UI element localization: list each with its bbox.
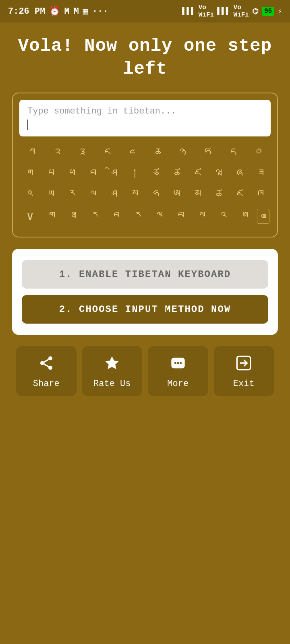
key-achen[interactable]: ཨ: [236, 208, 255, 225]
share-button[interactable]: Share: [16, 346, 77, 396]
key-sha-top[interactable]: ཤི: [104, 165, 123, 183]
key-0[interactable]: ༠: [249, 144, 268, 162]
calendar-icon: ▦: [83, 6, 88, 17]
main-content: Vola! Now only one step left Type someth…: [0, 23, 290, 404]
status-time: 7:26 PM: [8, 6, 45, 17]
key-ba[interactable]: བ: [83, 165, 102, 183]
status-right: ▌▌▌ VoWiFi ▌▌▌ VoWiFi ⌬ 95 ⚡: [182, 4, 282, 19]
share-label: Share: [33, 379, 60, 389]
key-r4-5[interactable]: བ: [106, 208, 126, 225]
status-left: 7:26 PM ⏰ M M ▦ ···: [8, 6, 108, 17]
key-tsha[interactable]: ཚ: [167, 165, 186, 183]
key-la[interactable]: ལ: [83, 186, 102, 204]
key-2[interactable]: ༢: [48, 144, 67, 162]
keyboard-row-1: ཀ ༢ ༣ ང ༤ ཆ ཉ ཏ ད ༠: [19, 144, 271, 162]
key-ga[interactable]: ག: [20, 165, 39, 183]
gmail2-icon: M: [74, 6, 79, 17]
key-pa[interactable]: པ: [41, 165, 60, 183]
svg-point-1: [40, 361, 44, 365]
key-dza[interactable]: ཛ: [188, 165, 207, 183]
keyboard-row-3: འ ཡ ར ལ ཤ ས ཧ ཨ མ ཚ ཛ ཁ: [19, 186, 271, 204]
svg-point-2: [48, 366, 52, 370]
svg-marker-5: [106, 357, 119, 369]
step1-button[interactable]: 1. ENABLE TIBETAN KEYBOARD: [22, 260, 268, 289]
key-aa[interactable]: ཨ: [167, 186, 186, 204]
key-ma[interactable]: མ: [188, 186, 207, 204]
text-input-area[interactable]: Type something in tibetan...: [19, 100, 271, 136]
key-zha[interactable]: ཞ: [230, 165, 249, 183]
more-label: More: [167, 379, 188, 389]
rate-us-label: Rate Us: [93, 379, 130, 389]
key-cha[interactable]: ཆ: [148, 144, 167, 162]
key-pha[interactable]: ཕ: [62, 165, 81, 183]
signal-icon: ▌▌▌: [182, 7, 195, 15]
key-backspace[interactable]: ⌫: [257, 209, 269, 224]
key-dz[interactable]: ཛ: [230, 186, 249, 204]
key-ah[interactable]: འ: [20, 186, 39, 204]
key-r4-10[interactable]: འ: [214, 208, 233, 225]
status-bar: 7:26 PM ⏰ M M ▦ ··· ▌▌▌ VoWiFi ▌▌▌ VoWiF…: [0, 0, 290, 23]
svg-point-8: [177, 362, 179, 364]
action-buttons-row: Share Rate Us More: [12, 346, 278, 396]
key-sha[interactable]: ཤ: [104, 186, 123, 204]
key-r4-4[interactable]: ར: [85, 208, 104, 225]
key-ta[interactable]: ཏ: [198, 144, 218, 162]
exit-button[interactable]: Exit: [214, 346, 274, 396]
text-input-placeholder: Type something in tibetan...: [27, 106, 263, 116]
keyboard-rows: ཀ ༢ ༣ ང ༤ ཆ ཉ ཏ ད ༠ ག པ ཕ བ ཤི ། ཙ ཚ: [19, 143, 271, 230]
more-dots-icon: ···: [92, 6, 108, 17]
more-icon: [170, 355, 186, 375]
key-r4-3[interactable]: ཐ: [63, 208, 83, 225]
battery-indicator: 95: [262, 7, 274, 16]
key-4[interactable]: ༤: [123, 144, 142, 162]
key-r4-7[interactable]: ལ: [149, 208, 169, 225]
key-3[interactable]: ༣: [72, 144, 92, 162]
svg-point-9: [180, 362, 182, 364]
page-headline: Vola! Now only one step left: [12, 35, 278, 80]
key-r4-9[interactable]: ས: [193, 208, 212, 225]
svg-line-4: [44, 359, 48, 362]
key-dot[interactable]: །: [125, 165, 144, 183]
keyboard-row-2: ག པ ཕ བ ཤི ། ཙ ཚ ཛ ཝ ཞ ཟ: [19, 165, 271, 183]
key-za[interactable]: ཟ: [251, 165, 270, 183]
key-r4-6[interactable]: ར: [128, 208, 147, 225]
svg-line-3: [44, 364, 48, 367]
key-r4-8[interactable]: བ: [171, 208, 190, 225]
svg-point-0: [48, 357, 52, 361]
share-icon: [38, 355, 54, 375]
wifi-icon: VoWiFi: [199, 4, 214, 19]
star-icon: [104, 355, 120, 375]
wireless-icon: ⌬: [252, 7, 259, 16]
key-r4-2[interactable]: ག: [42, 208, 61, 225]
key-nga[interactable]: ང: [97, 144, 117, 162]
alarm-icon: ⏰: [49, 6, 60, 17]
svg-point-7: [174, 362, 176, 364]
charging-icon: ⚡: [278, 7, 282, 16]
key-tsa[interactable]: ཙ: [146, 165, 165, 183]
keyboard-row-4: ∨ ག ཐ ར བ ར ལ བ ས འ ཨ ⌫: [19, 207, 271, 225]
text-cursor: [27, 120, 28, 130]
key-shift[interactable]: ∨: [21, 207, 40, 225]
key-ha[interactable]: ཧ: [146, 186, 165, 204]
key-ka[interactable]: ཀ: [22, 144, 41, 162]
key-kha[interactable]: ཁ: [251, 186, 270, 204]
key-wa[interactable]: ཝ: [209, 165, 228, 183]
exit-icon: [236, 355, 252, 375]
key-ya[interactable]: ཡ: [41, 186, 60, 204]
key-ra[interactable]: ར: [62, 186, 81, 204]
key-nya[interactable]: ཉ: [173, 144, 193, 162]
gmail-icon: M: [64, 6, 69, 17]
more-button[interactable]: More: [148, 346, 208, 396]
steps-card: 1. ENABLE TIBETAN KEYBOARD 2. CHOOSE INP…: [12, 249, 278, 335]
key-sa[interactable]: ས: [125, 186, 144, 204]
keyboard-preview-card: Type something in tibetan... ཀ ༢ ༣ ང ༤ ཆ…: [12, 93, 278, 237]
key-tsh[interactable]: ཚ: [209, 186, 228, 204]
signal2-icon: ▌▌▌: [217, 7, 230, 15]
key-da[interactable]: ད: [223, 144, 242, 162]
step2-button[interactable]: 2. CHOOSE INPUT METHOD NOW: [22, 295, 268, 324]
rate-us-button[interactable]: Rate Us: [82, 346, 143, 396]
exit-label: Exit: [233, 379, 255, 389]
wifi2-icon: VoWiFi: [234, 4, 249, 19]
